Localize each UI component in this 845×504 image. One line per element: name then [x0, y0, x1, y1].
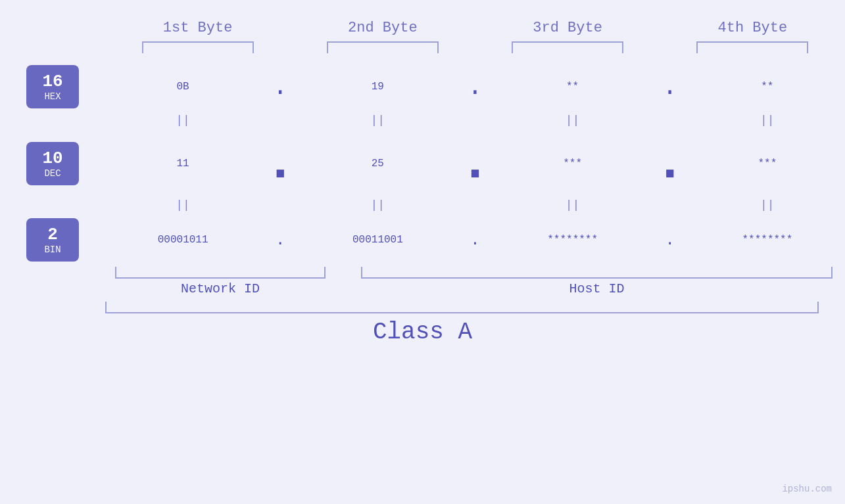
bin-b3-text: ******** — [547, 234, 598, 246]
hex-sep1: . — [260, 73, 300, 101]
bin-sep2-text: . — [470, 231, 479, 249]
bin-num: 2 — [30, 225, 76, 244]
hex-badge-container: 16 HEX — [0, 65, 105, 108]
main-container: 1st Byte 2nd Byte 3rd Byte 4th Byte 16 H… — [0, 0, 845, 504]
dec-badge: 10 DEC — [26, 142, 79, 185]
bin-b2: 00011001 — [300, 234, 455, 246]
hex-sep3: . — [650, 73, 690, 101]
eq-row-2: || || || || — [0, 196, 845, 214]
dec-b3: *** — [495, 158, 650, 170]
dec-sep1-text: . — [264, 133, 296, 193]
byte2-header: 2nd Byte — [290, 20, 475, 36]
bin-sep1: . — [260, 231, 300, 249]
dec-badge-container: 10 DEC — [0, 142, 105, 185]
eq1-b3: || — [495, 111, 650, 129]
dec-b4: *** — [690, 158, 845, 170]
network-bracket — [115, 267, 326, 279]
dec-num: 10 — [30, 149, 76, 168]
bracket-2 — [327, 41, 439, 53]
bracket-3 — [512, 41, 623, 53]
bin-b2-text: 00011001 — [352, 234, 403, 246]
bracket-cell-2 — [290, 41, 475, 53]
dec-b2-text: 25 — [372, 158, 384, 170]
bin-sep3: . — [650, 231, 690, 249]
top-bracket-row — [0, 41, 845, 53]
host-bracket — [361, 267, 833, 279]
hex-values: 0B . 19 . ** . ** — [105, 73, 845, 101]
watermark: ipshu.com — [782, 484, 832, 494]
bracket-cell-4 — [660, 41, 845, 53]
eq2-b4: || — [690, 196, 845, 214]
bin-b1: 00001011 — [105, 234, 260, 246]
eq-grid-1: || || || || — [105, 111, 845, 129]
class-row: Class A — [0, 319, 845, 346]
big-bracket-container — [0, 302, 845, 313]
dec-name: DEC — [30, 168, 76, 179]
dec-b1-text: 11 — [177, 158, 189, 170]
eq-row-1: || || || || — [0, 111, 845, 129]
hex-b4: ** — [690, 81, 845, 93]
id-labels-row: Network ID Host ID — [0, 281, 845, 296]
hex-sep2: . — [456, 73, 495, 101]
bin-badge: 2 BIN — [26, 218, 79, 262]
hex-b1: 0B — [105, 81, 260, 93]
bin-name: BIN — [30, 244, 76, 255]
eq1-b1: || — [105, 111, 260, 129]
hex-badge: 16 HEX — [26, 65, 79, 108]
dec-values: 11 . 25 . *** . *** — [105, 133, 845, 193]
eq1-b2: || — [300, 111, 455, 129]
hex-b4-text: ** — [761, 81, 773, 93]
bracket-gap — [335, 267, 349, 279]
hex-num: 16 — [30, 72, 76, 91]
id-bracket-row — [0, 267, 845, 279]
byte-headers: 1st Byte 2nd Byte 3rd Byte 4th Byte — [0, 20, 845, 36]
bin-row: 2 BIN 00001011 . 00011001 . ******** . — [0, 218, 845, 262]
bin-b1-text: 00001011 — [158, 234, 208, 246]
eq2-b2: || — [300, 196, 455, 214]
big-bracket — [105, 302, 819, 313]
bin-sep1-text: . — [276, 231, 285, 249]
hex-b2-text: 19 — [372, 81, 384, 93]
bin-sep2: . — [456, 231, 495, 249]
bracket-cell-3 — [475, 41, 660, 53]
bin-b4-text: ******** — [742, 234, 792, 246]
dec-sep1: . — [260, 133, 300, 193]
label-gap — [335, 281, 349, 296]
hex-b1-text: 0B — [177, 81, 189, 93]
dec-row: 10 DEC 11 . 25 . *** . *** — [0, 133, 845, 193]
bracket-4 — [696, 41, 808, 53]
bin-b4: ******** — [690, 234, 845, 246]
class-label: Class A — [373, 319, 472, 346]
bin-values: 00001011 . 00011001 . ******** . *******… — [105, 231, 845, 249]
hex-name: HEX — [30, 91, 76, 102]
eq2-b3: || — [495, 196, 650, 214]
dec-sep2: . — [456, 133, 495, 193]
hex-sep1-text: . — [273, 73, 288, 101]
bin-badge-container: 2 BIN — [0, 218, 105, 262]
byte3-header: 3rd Byte — [475, 20, 660, 36]
network-bracket-container — [105, 267, 335, 279]
dec-b4-text: *** — [758, 158, 777, 170]
dec-sep3: . — [650, 133, 690, 193]
byte1-header: 1st Byte — [105, 20, 290, 36]
hex-sep3-text: . — [662, 73, 677, 101]
host-bracket-container — [349, 267, 845, 279]
dec-b2: 25 — [300, 158, 455, 170]
bracket-1 — [142, 41, 254, 53]
hex-b3: ** — [495, 81, 650, 93]
dec-sep2-text: . — [459, 133, 491, 193]
hex-sep2-text: . — [468, 73, 483, 101]
bin-sep3-text: . — [665, 231, 675, 249]
bracket-cell-1 — [105, 41, 290, 53]
dec-sep3-text: . — [654, 133, 686, 193]
dec-b1: 11 — [105, 158, 260, 170]
eq1-b4: || — [690, 111, 845, 129]
eq2-b1: || — [105, 196, 260, 214]
dec-b3-text: *** — [563, 158, 582, 170]
hex-b3-text: ** — [566, 81, 579, 93]
hex-row: 16 HEX 0B . 19 . ** . ** — [0, 65, 845, 108]
eq-grid-2: || || || || — [105, 196, 845, 214]
host-id-label: Host ID — [349, 281, 845, 296]
bin-b3: ******** — [495, 234, 650, 246]
byte4-header: 4th Byte — [660, 20, 845, 36]
